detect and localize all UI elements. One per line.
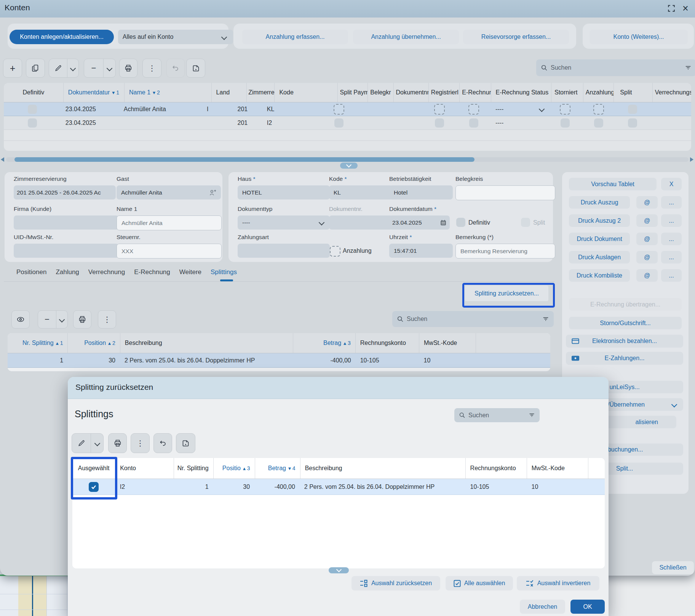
- scroll-left-icon[interactable]: [1, 157, 4, 162]
- druck-dokument-email-button[interactable]: @: [636, 233, 658, 245]
- dialog-save-button[interactable]: [176, 433, 195, 453]
- auswahl-zuruecksetzen-button[interactable]: Auswahl zurücksetzen: [351, 576, 440, 590]
- print-button[interactable]: [119, 59, 137, 78]
- tab-positionen[interactable]: Positionen: [16, 268, 46, 276]
- druck-auszug-email-button[interactable]: @: [636, 196, 658, 209]
- abbrechen-button[interactable]: Abbrechen: [520, 600, 565, 614]
- anzahlung-checkbox[interactable]: [594, 118, 603, 128]
- splitting-print-button[interactable]: [73, 310, 91, 329]
- remove-dropdown-icon[interactable]: [104, 66, 115, 70]
- undo-button[interactable]: [166, 59, 185, 78]
- dialog-undo-button[interactable]: [153, 433, 172, 453]
- col-e-rechnung-status[interactable]: E-Rechnung Status: [491, 83, 552, 102]
- col-betrag[interactable]: Betrag▴ 3: [293, 333, 356, 353]
- col-verrechnung[interactable]: Verrechnungsl: [653, 83, 691, 102]
- belegkreis-field[interactable]: [455, 185, 555, 200]
- preview-button[interactable]: [11, 310, 30, 329]
- col-mwst-kode[interactable]: MwSt.-Kode: [527, 458, 588, 479]
- tab-e-rechnung[interactable]: E-Rechnung: [134, 268, 170, 276]
- scope-select[interactable]: Alles auf ein Konto: [118, 30, 233, 44]
- col-nr-splitting[interactable]: Nr. Splitting▴ 1: [8, 333, 68, 353]
- maximize-icon[interactable]: [667, 4, 676, 13]
- accounts-search[interactable]: Suchen: [536, 59, 695, 76]
- e-rechnung-status-select[interactable]: ----: [491, 102, 548, 116]
- haus-field[interactable]: HOTEL: [238, 185, 330, 199]
- definitiv-checkbox[interactable]: [28, 118, 37, 128]
- e-rechnung-checkbox[interactable]: [468, 104, 479, 115]
- dokumentdatum-field[interactable]: 23.04.2025: [389, 215, 450, 230]
- druck-auszug-button[interactable]: Druck Auszug: [569, 196, 630, 209]
- edit-dropdown-icon[interactable]: [67, 66, 78, 70]
- col-position[interactable]: Position▴ 2: [68, 333, 120, 353]
- firma-field[interactable]: [14, 215, 119, 230]
- col-storniert[interactable]: Storniert: [551, 83, 583, 102]
- tab-weitere[interactable]: Weitere: [179, 268, 201, 276]
- close-icon[interactable]: ×: [682, 2, 689, 14]
- steuernr-field[interactable]: XXX: [117, 244, 222, 259]
- col-kode[interactable]: Kode: [275, 83, 337, 102]
- remove-icon[interactable]: −: [38, 311, 56, 328]
- save-button[interactable]: [186, 59, 205, 78]
- tab-verrechnung[interactable]: Verrechnung: [88, 268, 125, 276]
- storno-gutschrift-button[interactable]: Storno/Gutschrift...: [569, 317, 682, 329]
- anzahlung-form-checkbox[interactable]: [330, 246, 340, 257]
- split-payment-checkbox[interactable]: [334, 104, 344, 115]
- col-e-rechnung[interactable]: E-Rechnur: [460, 83, 491, 102]
- druck-kombiliste-more-button[interactable]: ...: [661, 269, 682, 282]
- druck-kombiliste-email-button[interactable]: @: [636, 269, 658, 282]
- col-dokumentdatum[interactable]: Dokumentdatur▾ 1: [64, 83, 125, 102]
- split-payment-checkbox[interactable]: [334, 118, 344, 128]
- zimmerreservierung-field[interactable]: 201 25.04.2025 - 26.04.2025 Ac: [14, 185, 116, 199]
- col-split[interactable]: Split: [614, 83, 652, 102]
- person-add-icon[interactable]: [209, 189, 216, 196]
- col-land[interactable]: Land: [212, 83, 247, 102]
- splitting-reset-button[interactable]: Splitting zurücksetzen...: [465, 286, 548, 301]
- edit-split-button[interactable]: [49, 59, 79, 78]
- table-row[interactable]: I2 1 30 -400,00 2 Pers. vom 25.04. bis 2…: [72, 479, 605, 495]
- elektronisch-bezahlen-button[interactable]: Elektronisch bezahlen...: [566, 335, 683, 348]
- betriebstaetigkeit-field[interactable]: Hotel: [389, 185, 453, 199]
- split-checkbox[interactable]: [628, 118, 637, 128]
- dialog-edit-split-button[interactable]: [72, 433, 104, 453]
- col-anzahlung[interactable]: Anzahlung: [583, 83, 614, 102]
- gast-field[interactable]: Achmüller Anita: [117, 185, 221, 199]
- anzahlung-checkbox[interactable]: [593, 104, 604, 115]
- ok-button[interactable]: OK: [570, 600, 605, 614]
- dialog-print-button[interactable]: [108, 433, 127, 453]
- druck-auslagen-email-button[interactable]: @: [636, 251, 658, 263]
- druck-dokument-more-button[interactable]: ...: [661, 233, 682, 245]
- col-konto[interactable]: Konto: [115, 458, 174, 479]
- scroll-right-icon[interactable]: [690, 157, 693, 162]
- splittings-search[interactable]: Suchen: [392, 311, 554, 327]
- col-name1[interactable]: Name 1▾ 2: [125, 83, 212, 102]
- calendar-icon[interactable]: [440, 219, 447, 226]
- druck-auszug2-email-button[interactable]: @: [636, 214, 658, 227]
- remove-icon[interactable]: −: [84, 59, 104, 77]
- col-nr-splitting[interactable]: Nr. Splitting: [174, 458, 214, 479]
- col-belegkreis[interactable]: Belegkr: [368, 83, 393, 102]
- filter-icon[interactable]: [685, 64, 692, 71]
- dialog-more-options-button[interactable]: ⋮: [131, 433, 150, 453]
- col-rechnungskonto[interactable]: Rechnungskonto: [356, 333, 419, 353]
- ausgewaehlt-checkbox[interactable]: [89, 482, 99, 492]
- col-beschreibung[interactable]: Beschreibung: [120, 333, 293, 353]
- registriert-checkbox[interactable]: [434, 104, 445, 115]
- add-button[interactable]: +: [3, 59, 22, 78]
- edit-icon[interactable]: [49, 59, 67, 77]
- splitting-more-options-button[interactable]: ⋮: [98, 310, 116, 329]
- dialog-search[interactable]: Suchen: [454, 408, 540, 422]
- druck-auszug2-more-button[interactable]: ...: [661, 214, 682, 227]
- schliessen-button[interactable]: Schließen: [652, 561, 694, 574]
- table-row[interactable]: 23.04.2025 Achmüller Anita I 201 KL ----: [4, 102, 691, 116]
- remove-split-button[interactable]: −: [84, 59, 116, 78]
- anzahlung-uebernehmen-button[interactable]: Anzahlung übernehmen...: [353, 30, 459, 44]
- storniert-checkbox[interactable]: [561, 118, 570, 128]
- copy-button[interactable]: [26, 59, 45, 78]
- definitiv-form-checkbox[interactable]: [456, 218, 465, 227]
- tab-zahlung[interactable]: Zahlung: [56, 268, 79, 276]
- kode-field[interactable]: KL: [329, 185, 393, 199]
- col-position[interactable]: Positio▴ 3: [214, 458, 255, 479]
- col-mwst-kode[interactable]: MwSt.-Kode: [419, 333, 476, 353]
- zahlungsart-field[interactable]: [238, 244, 330, 258]
- vorschau-x-button[interactable]: X: [661, 178, 682, 190]
